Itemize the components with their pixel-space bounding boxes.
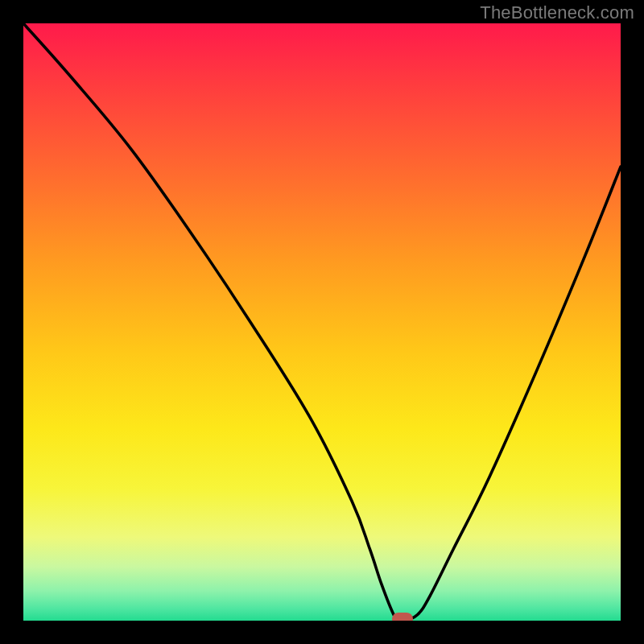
optimal-point-marker: [392, 613, 413, 621]
chart-frame: TheBottleneck.com: [0, 0, 644, 644]
attribution-label: TheBottleneck.com: [480, 2, 634, 23]
bottleneck-curve: [23, 23, 621, 621]
plot-area: [23, 23, 621, 621]
